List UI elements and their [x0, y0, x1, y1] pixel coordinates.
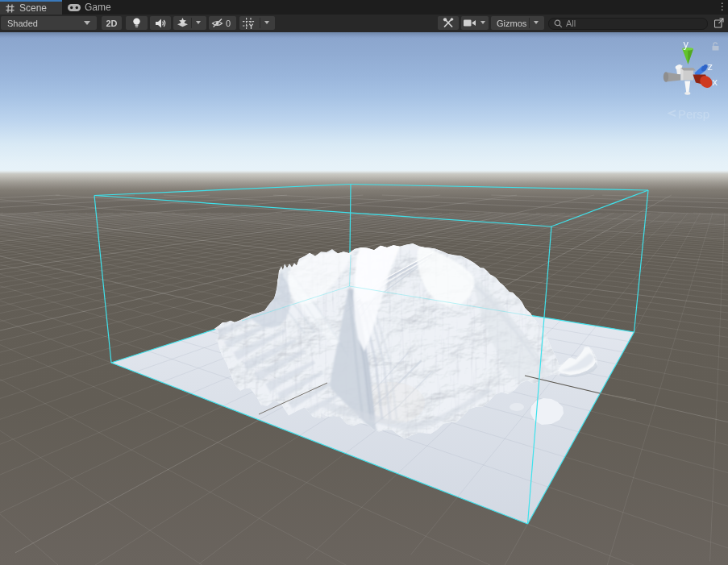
svg-text:Persp: Persp	[678, 107, 709, 121]
svg-text:y: y	[684, 38, 689, 50]
svg-text:z: z	[708, 60, 713, 73]
svg-text:x: x	[713, 76, 718, 88]
